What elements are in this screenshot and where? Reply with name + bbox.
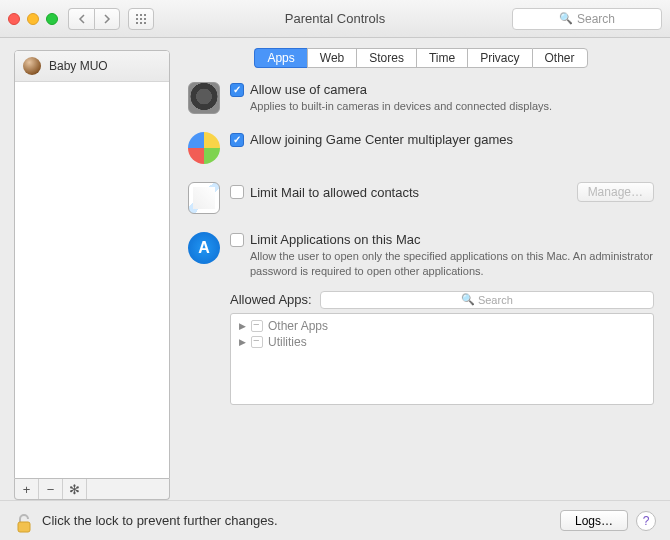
nav-buttons (68, 8, 120, 30)
content-area: Baby MUO + − ✻ Apps Web Stores Time Priv… (0, 38, 670, 500)
app-name: Utilities (268, 335, 307, 349)
app-checkbox[interactable] (251, 336, 263, 348)
mail-icon (188, 182, 220, 214)
footer: Click the lock to prevent further change… (0, 500, 670, 540)
svg-point-4 (140, 18, 142, 20)
camera-label: Allow use of camera (250, 82, 367, 97)
svg-point-8 (144, 22, 146, 24)
app-checkbox[interactable] (251, 320, 263, 332)
mail-checkbox[interactable] (230, 185, 244, 199)
user-name: Baby MUO (49, 59, 108, 73)
remove-user-button[interactable]: − (39, 479, 63, 499)
window-controls (8, 13, 58, 25)
forward-button[interactable] (94, 8, 120, 30)
help-button[interactable]: ? (636, 511, 656, 531)
allowed-apps-search-placeholder: Search (478, 294, 513, 306)
svg-point-3 (136, 18, 138, 20)
allowed-apps-label: Allowed Apps: (230, 292, 312, 307)
tab-other[interactable]: Other (532, 48, 588, 68)
svg-point-0 (136, 14, 138, 16)
allowed-apps-search-input[interactable]: 🔍 Search (320, 291, 654, 309)
close-window-button[interactable] (8, 13, 20, 25)
back-button[interactable] (68, 8, 94, 30)
manage-button[interactable]: Manage… (577, 182, 654, 202)
user-list-item[interactable]: Baby MUO (15, 51, 169, 82)
lock-text: Click the lock to prevent further change… (42, 513, 278, 528)
app-name: Other Apps (268, 319, 328, 333)
zoom-window-button[interactable] (46, 13, 58, 25)
svg-point-2 (144, 14, 146, 16)
gamecenter-label: Allow joining Game Center multiplayer ga… (250, 132, 513, 147)
svg-point-6 (136, 22, 138, 24)
disclosure-triangle-icon[interactable]: ▶ (239, 337, 246, 347)
toolbar-search-placeholder: Search (577, 12, 615, 26)
user-list: Baby MUO (14, 50, 170, 479)
svg-point-1 (140, 14, 142, 16)
chevron-left-icon (78, 14, 86, 24)
show-all-button[interactable] (128, 8, 154, 30)
action-menu-button[interactable]: ✻ (63, 479, 87, 499)
gamecenter-icon (188, 132, 220, 164)
camera-desc: Applies to built-in cameras in devices a… (250, 99, 654, 114)
add-user-button[interactable]: + (15, 479, 39, 499)
camera-setting: Allow use of camera Applies to built-in … (188, 82, 654, 114)
app-row[interactable]: ▶ Other Apps (231, 318, 653, 334)
tab-stores[interactable]: Stores (356, 48, 416, 68)
chevron-right-icon (103, 14, 111, 24)
grid-icon (135, 13, 147, 25)
tab-web[interactable]: Web (307, 48, 356, 68)
appstore-icon (188, 232, 220, 264)
avatar (23, 57, 41, 75)
allowed-apps-list: ▶ Other Apps ▶ Utilities (230, 313, 654, 405)
minimize-window-button[interactable] (27, 13, 39, 25)
lock-open-icon (16, 513, 32, 533)
gamecenter-setting: Allow joining Game Center multiplayer ga… (188, 132, 654, 164)
svg-rect-9 (18, 522, 30, 532)
titlebar: Parental Controls 🔍 Search (0, 0, 670, 38)
limit-apps-checkbox[interactable] (230, 233, 244, 247)
tab-apps[interactable]: Apps (254, 48, 306, 68)
tab-time[interactable]: Time (416, 48, 467, 68)
main-panel: Apps Web Stores Time Privacy Other Allow… (180, 38, 670, 500)
svg-point-7 (140, 22, 142, 24)
allowed-apps-header: Allowed Apps: 🔍 Search (230, 291, 654, 309)
lock-button[interactable] (14, 509, 34, 533)
mail-label: Limit Mail to allowed contacts (250, 185, 419, 200)
limit-apps-setting: Limit Applications on this Mac Allow the… (188, 232, 654, 279)
camera-checkbox[interactable] (230, 83, 244, 97)
sidebar-toolbar: + − ✻ (14, 479, 170, 500)
tab-privacy[interactable]: Privacy (467, 48, 531, 68)
limit-apps-label: Limit Applications on this Mac (250, 232, 421, 247)
tab-bar: Apps Web Stores Time Privacy Other (254, 48, 587, 68)
logs-button[interactable]: Logs… (560, 510, 628, 531)
gamecenter-checkbox[interactable] (230, 133, 244, 147)
limit-apps-desc: Allow the user to open only the specifie… (250, 249, 654, 279)
disclosure-triangle-icon[interactable]: ▶ (239, 321, 246, 331)
camera-icon (188, 82, 220, 114)
search-icon: 🔍 (559, 12, 573, 25)
toolbar-search-input[interactable]: 🔍 Search (512, 8, 662, 30)
svg-point-5 (144, 18, 146, 20)
sidebar: Baby MUO + − ✻ (0, 38, 180, 500)
app-row[interactable]: ▶ Utilities (231, 334, 653, 350)
mail-setting: Limit Mail to allowed contacts Manage… (188, 182, 654, 214)
search-icon: 🔍 (461, 293, 475, 306)
